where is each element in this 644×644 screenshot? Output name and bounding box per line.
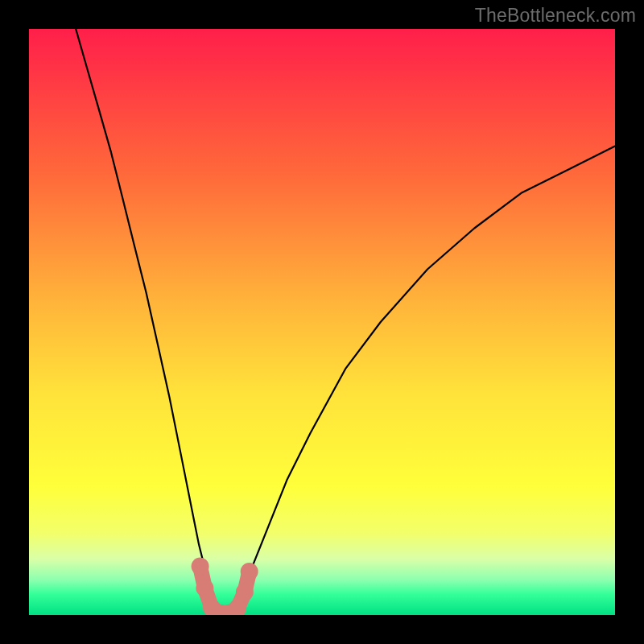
bottleneck-curve: [29, 29, 615, 615]
curve-path: [76, 29, 615, 615]
ideal-range-marker: [192, 558, 209, 576]
ideal-range-marker: [241, 563, 258, 580]
ideal-range-marker: [236, 584, 254, 601]
chart-frame: TheBottleneck.com: [0, 0, 644, 644]
ideal-range-markers: [192, 558, 258, 615]
ideal-range-marker: [196, 580, 213, 597]
watermark-text: TheBottleneck.com: [475, 5, 636, 27]
plot-area: [29, 29, 615, 615]
